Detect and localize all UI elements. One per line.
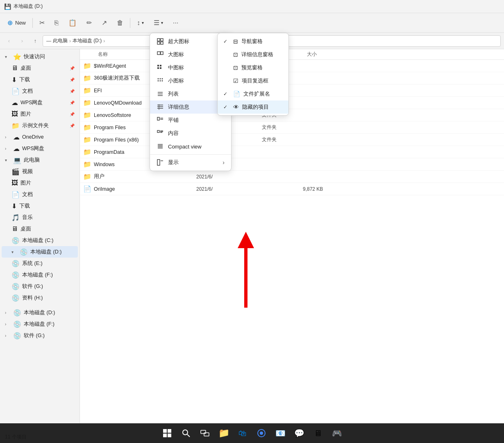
view-large-label: 大图标 bbox=[168, 51, 184, 58]
taskbar-store[interactable]: 🛍 bbox=[234, 425, 251, 441]
table-row[interactable]: 📄 OriImage 2021/6/ 9,872 KB bbox=[80, 183, 504, 195]
file-name-efi: EFI bbox=[94, 88, 102, 94]
sidebar-extra-g[interactable]: › 💿 软件 (G:) bbox=[2, 330, 78, 341]
sidebar-item-dl[interactable]: ⬇ 下载 bbox=[2, 200, 78, 212]
sidebar-extra-f[interactable]: › 💿 本地磁盘 (F:) bbox=[2, 318, 78, 330]
sidebar-item-docs[interactable]: 📄 文档 📌 bbox=[2, 85, 78, 97]
table-row[interactable]: 📁 LenovoQMDownload 2021/6/6 19:40 文件夹 bbox=[80, 97, 504, 109]
delete-button[interactable]: 🗑 bbox=[113, 17, 127, 29]
sidebar-section-quick-access[interactable]: ▾ ⭐ 快速访问 bbox=[2, 51, 78, 62]
item-checkbox-icon: ☑ bbox=[233, 78, 238, 84]
table-row[interactable]: 📁 $WinREAgent 2021/6/6 12:15 文件夹 bbox=[80, 60, 504, 72]
sort-button[interactable]: ↕ ▾ bbox=[133, 17, 148, 29]
up-button[interactable]: ↑ bbox=[30, 35, 41, 47]
extra-f-expand: › bbox=[5, 322, 11, 327]
table-row[interactable]: 📁 Program Files 2021/6/6 12:41 文件夹 bbox=[80, 121, 504, 134]
sidebar-item-pic[interactable]: 🖼 图片 bbox=[2, 177, 78, 189]
more-button[interactable]: ··· bbox=[169, 17, 182, 29]
preview-pane-label: 预览窗格 bbox=[241, 64, 263, 71]
taskbar-app[interactable]: 🎮 bbox=[329, 425, 345, 441]
sidebar-item-wpscloud[interactable]: ☁ WPS网盘 📌 bbox=[2, 97, 78, 108]
taskbar-chrome[interactable] bbox=[253, 425, 270, 441]
taskbar-search[interactable] bbox=[178, 425, 194, 441]
pin-icon-wps: 📌 bbox=[70, 100, 75, 105]
show-hidden-items[interactable]: ✓ 👁 隐藏的项目 bbox=[218, 100, 288, 114]
show-details-pane[interactable]: ⊡ 详细信息窗格 bbox=[218, 48, 288, 61]
view-button[interactable]: ☰ ▾ bbox=[150, 17, 167, 29]
doc-label: 文档 bbox=[22, 191, 33, 198]
show-file-ext[interactable]: ✓ 📄 文件扩展名 bbox=[218, 87, 288, 100]
sidebar-item-c[interactable]: 💿 本地磁盘 (C:) bbox=[2, 235, 78, 246]
svg-point-14 bbox=[160, 80, 161, 82]
taskbar-file-explorer[interactable]: 📁 bbox=[216, 425, 232, 441]
col-header-size[interactable]: 大小 bbox=[307, 51, 348, 58]
table-row[interactable]: 📁 EFI 2021/6/6 17:18 文件夹 bbox=[80, 84, 504, 97]
this-pc-icon: 💻 bbox=[13, 156, 21, 164]
file-icon-oriimage: 📄 bbox=[83, 185, 91, 193]
breadcrumb-drive[interactable]: 本地磁盘 (D:) bbox=[73, 37, 102, 44]
sidebar-item-this-pc[interactable]: ▾ 💻 此电脑 bbox=[2, 154, 78, 166]
sidebar-item-doc[interactable]: 📄 文档 bbox=[2, 189, 78, 200]
c-drive-icon: 💿 bbox=[11, 237, 20, 244]
sidebar-item-downloads[interactable]: ⬇ 下载 📌 bbox=[2, 74, 78, 85]
pin-icon-desktop: 📌 bbox=[70, 66, 75, 71]
view-content[interactable]: 内容 bbox=[150, 127, 231, 140]
sidebar: ▾ ⭐ 快速访问 🖥 桌面 📌 ⬇ 下载 📌 📄 文档 📌 ☁ WPS网盘 📌 … bbox=[0, 49, 80, 431]
table-row[interactable]: 📁 ProgramData bbox=[80, 146, 504, 158]
svg-rect-44 bbox=[201, 430, 206, 434]
sidebar-item-pictures[interactable]: 🖼 图片 📌 bbox=[2, 108, 78, 120]
breadcrumb-pc[interactable]: 此电脑 bbox=[53, 37, 68, 44]
sidebar-item-dsk[interactable]: 🖥 桌面 bbox=[2, 223, 78, 235]
paste-button[interactable]: 📋 bbox=[64, 17, 81, 29]
sidebar-item-d[interactable]: ▾ 💿 本地磁盘 (D:) bbox=[2, 246, 78, 258]
nav-pane-icon: ⊟ bbox=[233, 38, 238, 45]
sidebar-item-onedrive[interactable]: › ☁ OneDrive bbox=[2, 131, 78, 143]
copy-button[interactable]: ⎘ bbox=[50, 17, 63, 29]
sidebar-extra-d[interactable]: › 💿 本地磁盘 (D:) bbox=[2, 307, 78, 318]
table-row[interactable]: 📁 Windows 2021/4/ bbox=[80, 158, 504, 171]
sidebar-item-music[interactable]: 🎵 音乐 bbox=[2, 212, 78, 223]
title-text: 本地磁盘 (D:) bbox=[14, 3, 43, 10]
show-nav-pane[interactable]: ✓ ⊟ 导航窗格 bbox=[218, 35, 288, 48]
back-button[interactable]: ‹ bbox=[3, 35, 15, 47]
svg-point-42 bbox=[183, 430, 188, 435]
sidebar-item-video[interactable]: 🎬 视频 bbox=[2, 166, 78, 177]
taskbar-windows-start[interactable] bbox=[159, 425, 175, 441]
taskbar-task-view[interactable] bbox=[197, 425, 213, 441]
sidebar-item-desktop[interactable]: 🖥 桌面 📌 bbox=[2, 62, 78, 74]
expand-icon-d: ▾ bbox=[11, 250, 17, 254]
table-row[interactable]: 📁 用户 2021/6/ bbox=[80, 171, 504, 183]
dl-label: 下载 bbox=[19, 203, 30, 210]
table-row[interactable]: 📁 Program Files (x86) 2021/6/6 15:00 文件夹 bbox=[80, 134, 504, 146]
sidebar-item-h[interactable]: 💿 资料 (H:) bbox=[2, 292, 78, 304]
view-compact[interactable]: Compact view bbox=[150, 140, 231, 153]
sidebar-item-f[interactable]: 💿 本地磁盘 (F:) bbox=[2, 269, 78, 281]
sidebar-item-examples[interactable]: 📁 示例文件夹 📌 bbox=[2, 120, 78, 131]
new-button[interactable]: ⊕ New bbox=[3, 17, 30, 29]
table-row[interactable]: 📁 360极速浏览器下载 2021/6/13 17:26 文件夹 bbox=[80, 72, 504, 84]
folder-icon-users: 📁 bbox=[83, 173, 91, 180]
view-tiles[interactable]: 平铺 bbox=[150, 114, 231, 127]
folder-icon-efi: 📁 bbox=[83, 87, 91, 94]
arrow-svg bbox=[234, 230, 258, 320]
show-item-checkbox[interactable]: ☑ 项目复选框 bbox=[218, 74, 288, 87]
forward-button[interactable]: › bbox=[16, 35, 28, 47]
folder-icon-lenovo-soft: 📁 bbox=[83, 111, 91, 119]
view-show[interactable]: 显示 bbox=[150, 156, 231, 169]
sidebar-item-e[interactable]: 💿 系统 (E:) bbox=[2, 258, 78, 269]
svg-rect-38 bbox=[163, 429, 167, 433]
cut-button[interactable]: ✂ bbox=[35, 17, 49, 29]
expand-icon-wps-cloud: › bbox=[5, 146, 11, 151]
show-preview-pane[interactable]: ⊡ 预览窗格 bbox=[218, 61, 288, 74]
share-button[interactable]: ↗ bbox=[98, 17, 111, 29]
view-show-label: 显示 bbox=[168, 159, 179, 166]
taskbar-mail[interactable]: 📧 bbox=[272, 425, 288, 441]
sidebar-item-g[interactable]: 💿 软件 (G:) bbox=[2, 281, 78, 292]
content-icon bbox=[157, 130, 164, 137]
sidebar-item-wps-cloud[interactable]: › ☁ WPS网盘 bbox=[2, 143, 78, 154]
rename-button[interactable]: ✏ bbox=[82, 17, 96, 29]
table-row[interactable]: 📁 LenovoSoftstore 2021/6/6 23:31 文件夹 bbox=[80, 109, 504, 121]
taskbar-wechat[interactable]: 💬 bbox=[291, 425, 307, 441]
taskbar-monitor[interactable]: 🖥 bbox=[310, 425, 326, 441]
svg-rect-9 bbox=[160, 67, 161, 69]
